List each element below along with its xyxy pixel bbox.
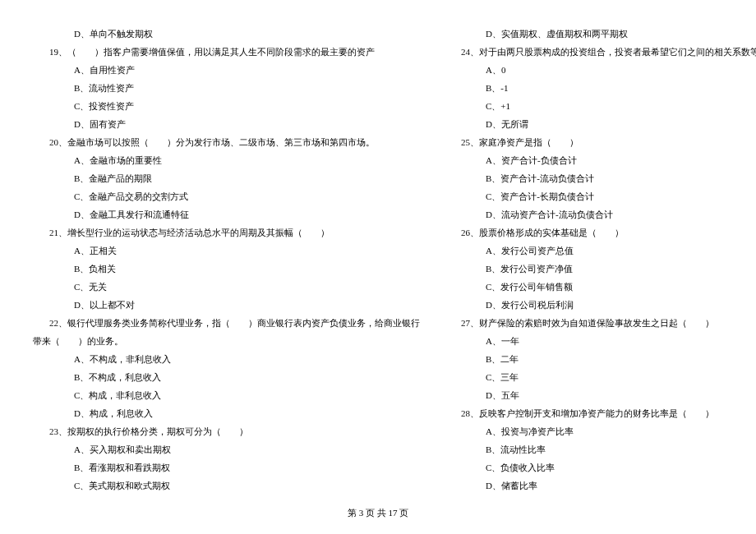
q19-option-c: C、投资性资产 [33,97,420,115]
q24-option-c: C、+1 [445,97,756,115]
q27-option-c: C、三年 [445,368,756,386]
q20-option-c: C、金融产品交易的交割方式 [33,187,420,205]
q19-option-d: D、固有资产 [33,115,420,133]
q26-option-b: B、发行公司资产净值 [445,260,756,278]
q25-text: 25、家庭净资产是指（ ） [445,133,756,151]
q22-text: 22、银行代理服务类业务简称代理业务，指（ ）商业银行表内资产负债业务，给商业银… [33,314,420,332]
q25-option-b: B、资产合计-流动负债合计 [445,169,756,187]
q28-option-c: C、负债收入比率 [445,458,756,476]
q22-option-c: C、构成，非利息收入 [33,386,420,404]
q24-option-d: D、无所谓 [445,115,756,133]
q27-option-b: B、二年 [445,350,756,368]
q23-option-d: D、实值期权、虚值期权和两平期权 [445,25,756,43]
q21-option-d: D、以上都不对 [33,296,420,314]
q23-option-a: A、买入期权和卖出期权 [33,440,420,458]
q28-option-d: D、储蓄比率 [445,476,756,495]
q21-option-a: A、正相关 [33,242,420,260]
q25-option-d: D、流动资产合计-流动负债合计 [445,205,756,223]
q27-option-a: A、一年 [445,332,756,350]
left-column: D、单向不触发期权 19、（ ）指客户需要增值保值，用以满足其人生不同阶段需求的… [33,25,420,501]
q22-option-b: B、不构成，利息收入 [33,368,420,386]
q26-option-d: D、发行公司税后利润 [445,296,756,314]
q19-text: 19、（ ）指客户需要增值保值，用以满足其人生不同阶段需求的最主要的资产 [33,43,420,61]
q28-option-a: A、投资与净资产比率 [445,422,756,440]
q20-option-a: A、金融市场的重要性 [33,151,420,169]
q25-option-a: A、资产合计-负债合计 [445,151,756,169]
q27-text: 27、财产保险的索赔时效为自知道保险事故发生之日起（ ） [445,314,756,332]
page-container: D、单向不触发期权 19、（ ）指客户需要增值保值，用以满足其人生不同阶段需求的… [0,0,756,534]
q22-option-a: A、不构成，非利息收入 [33,350,420,368]
q24-option-b: B、-1 [445,79,756,97]
q22-option-d: D、构成，利息收入 [33,404,420,422]
q21-option-c: C、无关 [33,278,420,296]
q26-option-c: C、发行公司年销售额 [445,278,756,296]
q19-option-b: B、流动性资产 [33,79,420,97]
q28-option-b: B、流动性比率 [445,440,756,458]
q26-option-a: A、发行公司资产总值 [445,242,756,260]
q24-option-a: A、0 [445,61,756,79]
right-column: D、实值期权、虚值期权和两平期权 24、对于由两只股票构成的投资组合，投资者最希… [445,25,756,501]
q20-text: 20、金融市场可以按照（ ）分为发行市场、二级市场、第三市场和第四市场。 [33,133,420,151]
q27-option-d: D、五年 [445,386,756,404]
q23-text: 23、按期权的执行价格分类，期权可分为（ ） [33,422,420,440]
q20-option-d: D、金融工具发行和流通特征 [33,205,420,223]
q25-option-c: C、资产合计-长期负债合计 [445,187,756,205]
q18-option-d: D、单向不触发期权 [33,25,420,43]
q23-option-b: B、看涨期权和看跌期权 [33,458,420,476]
q23-option-c: C、美式期权和欧式期权 [33,476,420,495]
q21-option-b: B、负相关 [33,260,420,278]
q24-text: 24、对于由两只股票构成的投资组合，投资者最希望它们之间的相关系数等于（ ） [445,43,756,61]
q19-option-a: A、自用性资产 [33,61,420,79]
q26-text: 26、股票价格形成的实体基础是（ ） [445,223,756,242]
q20-option-b: B、金融产品的期限 [33,169,420,187]
q21-text: 21、增长型行业的运动状态与经济活动总水平的周期及其振幅（ ） [33,223,420,242]
q22-text-cont: 带来（ ）的业务。 [33,332,420,350]
page-footer: 第 3 页 共 17 页 [0,507,756,519]
q28-text: 28、反映客户控制开支和增加净资产能力的财务比率是（ ） [445,404,756,422]
